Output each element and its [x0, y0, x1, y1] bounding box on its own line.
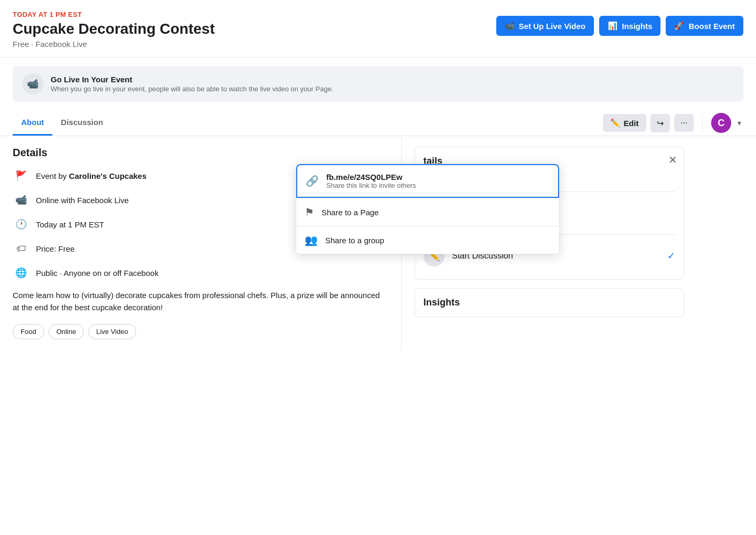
tag-live-video[interactable]: Live Video [88, 324, 136, 339]
organizer-text: Event by Caroline's Cupcakes [36, 171, 147, 180]
link-icon: 🔗 [306, 175, 319, 187]
insights-title: Insights [423, 297, 675, 308]
boost-event-label: Boost Event [688, 22, 735, 31]
event-description: Come learn how to (virtually) decorate c… [13, 290, 389, 313]
edit-button[interactable]: ✏️ Edit [603, 114, 646, 132]
setup-live-video-button[interactable]: 📹 Set Up Live Video [496, 16, 594, 36]
tags-row: Food Online Live Video [13, 324, 389, 339]
pencil-icon: ✏️ [610, 118, 620, 128]
avatar-button[interactable]: C [711, 113, 731, 133]
share-to-page-label: Share to a Page [322, 208, 379, 217]
page-wrapper: TODAY AT 1 PM EST Cupcake Decorating Con… [0, 0, 756, 535]
event-header: TODAY AT 1 PM EST Cupcake Decorating Con… [0, 0, 756, 58]
tab-discussion[interactable]: Discussion [52, 110, 111, 136]
edit-label: Edit [623, 119, 638, 128]
detail-visibility: 🌐 Public · Anyone on or off Facebook [13, 264, 389, 281]
page-icon: ⚑ [305, 206, 314, 218]
video-camera-icon: 📹 [505, 21, 515, 31]
share-dropdown: 🔗 fb.me/e/24SQ0LPEw Share this link to i… [296, 164, 560, 254]
go-live-title: Go Live In Your Event [51, 75, 334, 84]
tabs-right: ✏️ Edit ↪ ··· C ▾ [603, 113, 743, 133]
globe-icon: 🌐 [13, 264, 30, 281]
avatar-chevron[interactable]: ▾ [735, 117, 743, 129]
event-subtitle: Free · Facebook Live [13, 40, 215, 49]
check-icon: ✓ [667, 250, 675, 262]
setup-live-video-label: Set Up Live Video [519, 22, 585, 31]
go-live-subtitle: When you go live in your event, people w… [51, 85, 334, 93]
ellipsis-icon: ··· [681, 118, 687, 128]
tabs-bar: About Discussion ✏️ Edit ↪ ··· C ▾ [0, 110, 756, 136]
avatar-letter: C [718, 118, 725, 129]
dropdown-link-text: fb.me/e/24SQ0LPEw Share this link to inv… [326, 173, 416, 189]
insights-card: Insights [414, 288, 684, 317]
share-to-group-label: Share to a group [325, 236, 384, 245]
insights-label: Insights [622, 22, 653, 31]
share-to-page-item[interactable]: ⚑ Share to a Page [296, 198, 559, 226]
details-section-title: Details [13, 147, 389, 159]
event-header-left: TODAY AT 1 PM EST Cupcake Decorating Con… [13, 11, 215, 49]
insights-button[interactable]: 📊 Insights [599, 16, 661, 36]
tag-food[interactable]: Food [13, 324, 44, 339]
dropdown-link-item[interactable]: 🔗 fb.me/e/24SQ0LPEw Share this link to i… [296, 164, 559, 198]
price-text: Price: Free [36, 244, 74, 253]
flag-icon: 🚩 [13, 167, 30, 184]
platform-text: Online with Facebook Live [36, 196, 129, 205]
boost-event-button[interactable]: 🚀 Boost Event [666, 16, 743, 36]
clock-icon: 🕐 [13, 216, 30, 233]
share-to-group-item[interactable]: 👥 Share to a group [296, 226, 559, 254]
event-title: Cupcake Decorating Contest [13, 21, 215, 37]
rocket-icon: 🚀 [674, 21, 684, 31]
video-icon: 📹 [13, 192, 30, 208]
go-live-text: Go Live In Your Event When you go live i… [51, 75, 334, 93]
share-url: fb.me/e/24SQ0LPEw [326, 173, 416, 181]
tab-about[interactable]: About [13, 110, 52, 136]
go-live-icon: 📹 [22, 73, 43, 94]
event-header-right: 📹 Set Up Live Video 📊 Insights 🚀 Boost E… [496, 11, 743, 36]
visibility-text: Public · Anyone on or off Facebook [36, 269, 158, 278]
bar-chart-icon: 📊 [608, 21, 618, 31]
share-url-sub: Share this link to invite others [326, 181, 416, 189]
close-card-button[interactable]: ✕ [668, 154, 677, 166]
go-live-banner: 📹 Go Live In Your Event When you go live… [13, 66, 743, 102]
share-icon: ↪ [657, 118, 664, 128]
more-options-button[interactable]: ··· [674, 114, 694, 132]
group-icon: 👥 [305, 234, 318, 246]
share-button[interactable]: ↪ [650, 114, 670, 132]
event-date-label: TODAY AT 1 PM EST [13, 11, 215, 18]
price-icon: 🏷 [13, 240, 30, 257]
tag-online[interactable]: Online [49, 324, 84, 339]
datetime-text: Today at 1 PM EST [36, 220, 104, 229]
tabs-left: About Discussion [13, 110, 111, 136]
tab-divider [702, 114, 703, 131]
